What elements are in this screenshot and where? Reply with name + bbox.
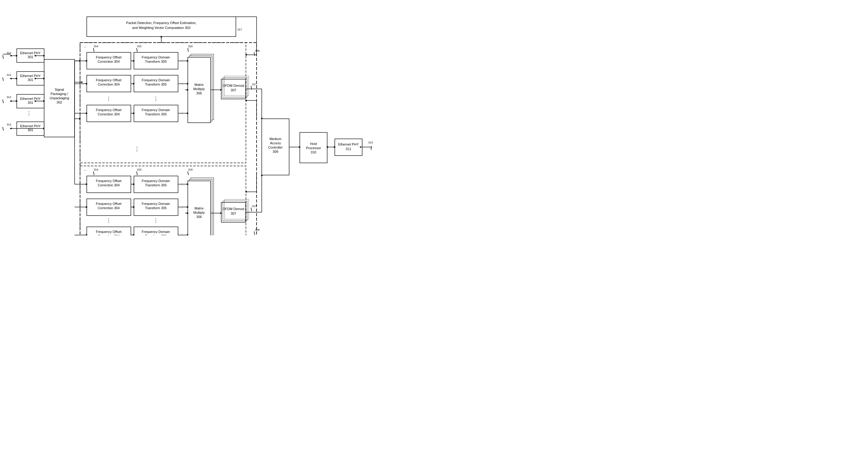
mac-label4: 309 [273, 150, 278, 153]
phy3-label2: 301 [28, 101, 33, 105]
fdt-b2-label1: Frequency Domain [142, 202, 170, 206]
label-317-feedback: 317 [238, 28, 242, 31]
mm-bot-label3: 306 [196, 215, 202, 218]
foc-b1-label1: Frequency Offset [96, 179, 121, 183]
dots-between-banks: ⋮ [134, 146, 140, 152]
dots-row-top: ⋮ [106, 96, 111, 101]
dots-row-bot2: ⋮ [153, 218, 158, 223]
foc-b1-label2: Correction 304 [98, 183, 120, 187]
phy4-label2: 301 [28, 128, 33, 132]
phy4-label: Ethernet PHY [20, 124, 41, 128]
label-316-t1: 316 [188, 45, 193, 48]
mac-label1: Medium [269, 137, 281, 141]
foc-b2-label2: Correction 304 [98, 206, 120, 210]
ofdm-top-label1: OFDM Demod [223, 84, 244, 87]
fdt-t1-label2: Transform 305 [145, 60, 166, 63]
phy1-label: Ethernet PHY [20, 51, 41, 55]
mm-top-label1: Matrix [194, 83, 204, 86]
mm-bot-label2: Multiply [193, 211, 205, 214]
dots-top-left: ··· [84, 45, 87, 49]
mac-label3: Controller [268, 146, 283, 149]
fdt-t3-label2: Transform 305 [145, 112, 166, 116]
sig-pkg-label4: 302 [57, 100, 62, 104]
label-312-2: 312 [7, 73, 11, 77]
foc-t2-label1: Frequency Offset [96, 78, 121, 82]
ofdm-bot-label2: 307 [231, 212, 236, 215]
hp-label2: Processor [306, 146, 321, 150]
ofdm-top-label2: 307 [231, 88, 236, 92]
dots-phy: ⋮ [27, 111, 31, 116]
fdt-t2-label2: Transform 305 [145, 83, 166, 86]
hp-label1: Host [310, 142, 317, 146]
mm-bot-label1: Matrix [194, 206, 204, 210]
foc-t3-label1: Frequency Offset [96, 108, 121, 112]
fdt-b3-label2: Transform 305 [145, 234, 166, 235]
dots-row-bot: ⋮ [106, 218, 111, 223]
foc-b3-label1: Frequency Offset [96, 230, 121, 234]
fdt-t3-label1: Frequency Domain [142, 108, 170, 112]
phy311-label1: Ethernet PHY [338, 143, 359, 146]
foc-b3-label2: Correction 304 [98, 234, 120, 235]
label-316-b1: 316 [188, 168, 193, 171]
pkt-det-label1: Packet Detection, Frequency Offset Estim… [126, 21, 196, 25]
label-314-b1: 314 [94, 168, 98, 171]
phy1-label2: 301 [28, 55, 33, 59]
hp-label3: 310 [311, 150, 316, 154]
label-313: 313 [368, 141, 373, 144]
label-308-top: 308 [255, 49, 259, 52]
label-312-3: 312 [7, 96, 11, 99]
sig-pkg-label2: Packaging / [51, 92, 68, 96]
foc-t1-label2: Correction 304 [98, 60, 120, 63]
pkt-det-label2: and Weighting Vector Computation 303 [132, 26, 190, 30]
phy311-label2: 311 [346, 147, 351, 151]
label-315-b1: 315 [137, 168, 142, 171]
foc-t3-label2: Correction 304 [98, 112, 120, 116]
fdt-b1-label2: Transform 305 [145, 183, 166, 187]
fdt-b3-label1: Frequency Domain [142, 230, 170, 234]
foc-b2-label1: Frequency Offset [96, 202, 121, 206]
foc-t2-label2: Correction 304 [98, 83, 120, 86]
dots-row-top2: ⋮ [153, 96, 158, 101]
foc-t1-label1: Frequency Offset [96, 55, 121, 59]
label-308-bot: 308 [255, 228, 259, 231]
phy3-label: Ethernet PHY [20, 97, 41, 100]
sig-pkg-label1: Signal [55, 88, 64, 91]
mm-top-label2: Multiply [193, 87, 205, 91]
ofdm-bot-label1: OFDM Demod [223, 207, 244, 211]
dots-bot-left: ··· [84, 168, 87, 172]
label-317-top: 317 [252, 83, 256, 86]
sig-pkg-label3: Unpackaging [50, 96, 69, 100]
label-315-t1: 315 [137, 45, 142, 48]
label-312-4: 312 [7, 123, 11, 126]
fdt-b1-label1: Frequency Domain [142, 179, 170, 183]
label-317-bot: 317 [252, 205, 256, 208]
phy2-label: Ethernet PHY [20, 74, 41, 78]
mac-label2: Access [270, 141, 281, 145]
mm-top-label3: 306 [196, 91, 202, 95]
fdt-b2-label2: Transform 305 [145, 206, 166, 210]
phy2-label2: 301 [28, 78, 33, 82]
label-314-t1: 314 [94, 45, 98, 48]
fdt-t1-label1: Frequency Domain [142, 55, 170, 59]
fdt-t2-label1: Frequency Domain [142, 78, 170, 82]
